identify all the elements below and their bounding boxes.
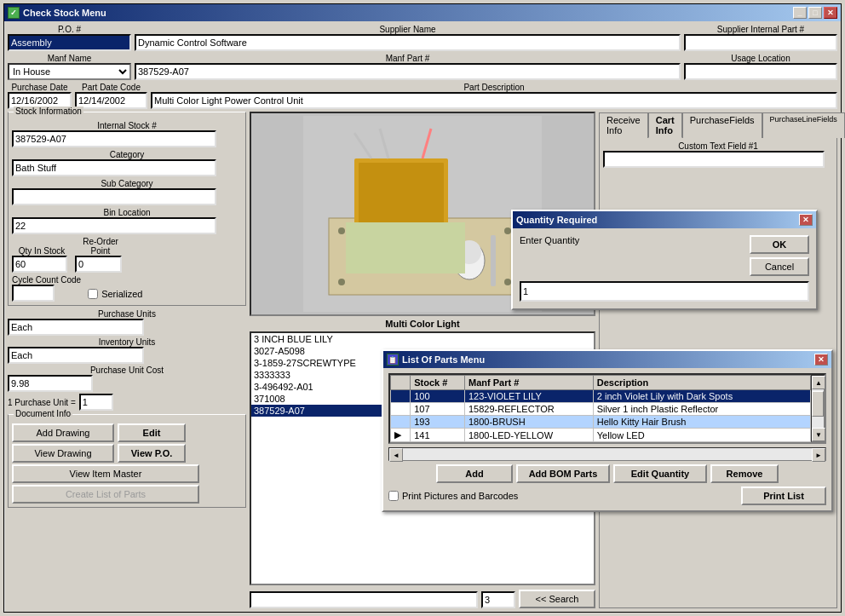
stock-section-label: Stock Information	[14, 107, 83, 116]
app-icon: ✓	[8, 7, 20, 19]
quantity-dialog-close[interactable]: ✕	[799, 214, 813, 226]
bin-location-label: Bin Location	[12, 208, 242, 217]
list-item[interactable]: 3 INCH BLUE LILY	[251, 333, 594, 345]
quantity-cancel-button[interactable]: Cancel	[750, 257, 809, 276]
tab-purchase-fields[interactable]: PurchaseFields	[682, 112, 762, 138]
sub-category-label: Sub Category	[12, 179, 242, 188]
search-input[interactable]	[250, 591, 478, 608]
category-label: Category	[12, 150, 242, 159]
col-description: Description	[593, 376, 810, 390]
svg-point-13	[504, 227, 511, 234]
col-stock	[391, 376, 411, 390]
document-section-label: Document Info	[14, 409, 72, 418]
view-po-button[interactable]: View P.O.	[118, 444, 186, 463]
list-dialog-titlebar: 📋 List Of Parts Menu ✕	[383, 351, 831, 368]
supplier-name-label: Supplier Name	[135, 25, 681, 34]
quantity-input[interactable]	[520, 281, 809, 302]
reorder-point-label: Re-Order Point	[75, 237, 126, 256]
add-button[interactable]: Add	[436, 464, 513, 483]
app-title: Check Stock Menu	[23, 8, 106, 18]
part-name-label: Multi Color Light	[250, 319, 595, 329]
print-pictures-checkbox[interactable]	[388, 491, 399, 501]
custom-text-field-label: Custom Text Field #1	[603, 141, 833, 151]
bottom-left-input[interactable]	[481, 591, 515, 608]
unit-cost-input[interactable]	[8, 375, 93, 392]
purchase-unit-label: 1 Purchase Unit =	[8, 398, 76, 407]
table-row[interactable]: ▶ 141 1800-LED-YELLOW Yellow LED	[391, 429, 811, 442]
tab-purchase-line-fields[interactable]: PurchaseLineFields	[762, 112, 845, 138]
svg-rect-11	[346, 222, 465, 273]
list-dialog-title: List Of Parts Menu	[402, 354, 485, 365]
internal-stock-input[interactable]	[12, 130, 216, 147]
product-image-svg	[303, 116, 542, 312]
print-pictures-label: Print Pictures and Barcodes	[388, 491, 518, 501]
sub-category-input[interactable]	[12, 188, 216, 205]
qty-in-stock-input[interactable]	[12, 256, 67, 273]
minimize-button[interactable]: _	[793, 7, 807, 19]
col-stock-num: Stock #	[411, 376, 465, 390]
part-description-label: Part Description	[151, 83, 837, 92]
print-list-button[interactable]: Print List	[741, 486, 826, 505]
scroll-down[interactable]: ▼	[812, 428, 825, 441]
bin-location-input[interactable]	[12, 217, 216, 234]
list-dialog-icon: 📋	[387, 354, 399, 366]
tab-receive-info[interactable]: Receive Info	[599, 112, 648, 138]
part-date-code-input[interactable]	[75, 92, 147, 109]
table-row[interactable]: 193 1800-BRUSH Hello Kitty Hair Brush	[391, 416, 811, 429]
quantity-dialog: Quantity Required ✕ Enter Quantity OK Ca…	[511, 210, 818, 310]
view-item-master-button[interactable]: View Item Master	[12, 464, 199, 483]
scroll-right[interactable]: ►	[812, 448, 825, 462]
qty-in-stock-label: Qty In Stock	[12, 246, 72, 256]
scroll-left[interactable]: ◄	[389, 448, 403, 462]
tab-cart-info[interactable]: Cart Info	[648, 112, 682, 138]
purchase-units-input[interactable]	[8, 319, 144, 336]
parts-table: Stock # Manf Part # Description 100 123-…	[390, 375, 811, 442]
purchase-units-label: Purchase Units	[8, 309, 246, 319]
category-input[interactable]	[12, 159, 216, 176]
custom-text-field-input[interactable]	[603, 151, 825, 168]
manf-part-input[interactable]	[135, 63, 681, 80]
table-row[interactable]: 107 15829-REFLECTOR Silver 1 inch Plasti…	[391, 403, 811, 416]
unit-cost-label: Purchase Unit Cost	[8, 366, 246, 375]
svg-rect-10	[491, 235, 496, 286]
quantity-ok-button[interactable]: OK	[750, 235, 809, 254]
table-row[interactable]: 100 123-VIOLET LILY 2 inch Violet Lily w…	[391, 390, 811, 403]
serialized-checkbox[interactable]	[88, 289, 98, 299]
horizontal-scrollbar[interactable]: ◄ ►	[388, 447, 826, 461]
usage-location-input[interactable]	[684, 63, 837, 80]
view-drawing-button[interactable]: View Drawing	[12, 444, 114, 463]
table-scrollbar[interactable]: ▲ ▼	[811, 375, 825, 442]
inventory-units-label: Inventory Units	[8, 337, 246, 347]
manf-name-label: Manf Name	[8, 54, 131, 63]
purchase-date-label: Purchase Date	[8, 83, 72, 92]
manf-name-select[interactable]: In House	[8, 63, 131, 80]
close-button[interactable]: ✕	[824, 7, 837, 19]
edit-button[interactable]: Edit	[118, 423, 186, 442]
internal-stock-label: Internal Stock #	[12, 121, 242, 130]
cycle-count-input[interactable]	[12, 285, 55, 302]
remove-button[interactable]: Remove	[710, 464, 779, 483]
quantity-dialog-title: Quantity Required	[516, 215, 597, 225]
svg-point-14	[338, 279, 345, 285]
reorder-point-input[interactable]	[75, 256, 122, 273]
list-dialog-close[interactable]: ✕	[814, 354, 828, 366]
svg-point-12	[338, 227, 345, 234]
svg-point-15	[504, 279, 511, 285]
create-list-button[interactable]: Create List of Parts	[12, 485, 199, 504]
purchase-unit-value[interactable]	[79, 394, 113, 411]
col-manf-part: Manf Part #	[464, 376, 593, 390]
add-drawing-button[interactable]: Add Drawing	[12, 423, 114, 442]
inventory-units-input[interactable]	[8, 347, 144, 364]
part-description-input[interactable]	[151, 92, 837, 109]
scroll-up[interactable]: ▲	[812, 376, 825, 389]
print-pictures-text: Print Pictures and Barcodes	[402, 491, 518, 501]
supplier-name-input[interactable]	[135, 34, 681, 51]
maximize-button[interactable]: □	[808, 7, 822, 19]
edit-quantity-button[interactable]: Edit Quantity	[613, 464, 707, 483]
search-button[interactable]: << Search	[519, 590, 595, 608]
tabs: Receive Info Cart Info PurchaseFields Pu…	[599, 112, 837, 137]
quantity-dialog-titlebar: Quantity Required ✕	[513, 211, 816, 228]
supplier-internal-part-input[interactable]	[684, 34, 837, 51]
po-input[interactable]	[8, 34, 131, 51]
add-bom-button[interactable]: Add BOM Parts	[516, 464, 610, 483]
